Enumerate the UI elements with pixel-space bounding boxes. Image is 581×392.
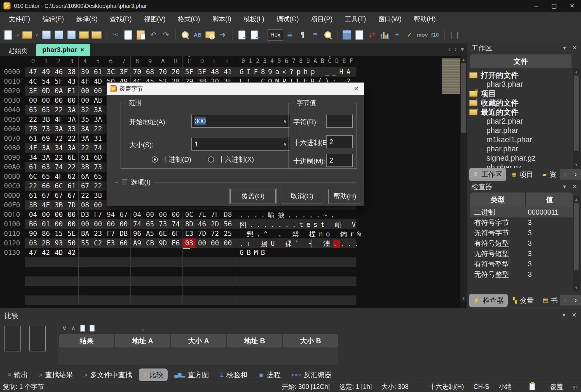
hex-byte-cell[interactable]: 3A xyxy=(65,106,78,114)
scroll-up-icon[interactable]: ▲ xyxy=(460,56,467,63)
ansi-text[interactable]: GBMB xyxy=(240,249,268,257)
tree-file-item[interactable]: phar2.phar xyxy=(469,117,523,126)
hex-byte-cell[interactable]: 00 xyxy=(92,220,104,228)
hex-byte-cell[interactable]: E3 xyxy=(183,230,196,238)
hex-byte-cell[interactable]: 39 xyxy=(79,68,92,76)
hex-byte-cell[interactable]: 3B xyxy=(39,116,52,123)
hex-byte-cell[interactable]: 00 xyxy=(208,239,221,247)
hex-byte-cell[interactable]: 6E xyxy=(156,230,169,238)
pause-icon[interactable]: ❘❘ xyxy=(448,29,460,41)
hex-byte-cell[interactable]: 61 xyxy=(27,192,39,199)
hex-byte-cell[interactable]: 61 xyxy=(92,68,104,76)
inspector-tab-1[interactable]: ▚变量 xyxy=(509,294,538,307)
inspector-row[interactable]: 无符号整型3 xyxy=(470,269,573,280)
hex-byte-cell[interactable]: 65 xyxy=(92,173,104,180)
hex-byte-cell[interactable]: 22 xyxy=(27,182,39,190)
tool-tab-compare[interactable]: ?比较 xyxy=(139,368,168,381)
hex-byte-cell[interactable]: 15 xyxy=(52,230,65,238)
hex-byte-cell[interactable]: 32 xyxy=(79,106,92,114)
hex-byte-cell[interactable]: BA xyxy=(79,230,92,238)
inspector-scroll-down-icon[interactable]: ▼ xyxy=(573,284,580,291)
swap-bytes-icon[interactable]: ⇄ xyxy=(366,29,378,41)
tab-phar3-phar[interactable]: phar3.phar × xyxy=(36,44,90,56)
inspector-type-column-header[interactable]: 类型 xyxy=(470,193,525,207)
compare-close-icon[interactable]: ✕ xyxy=(571,312,577,318)
hex-byte-cell[interactable]: A5 xyxy=(144,230,156,238)
hex-byte-cell[interactable]: DB xyxy=(117,230,130,238)
hex-byte-cell[interactable]: 5F xyxy=(183,68,196,76)
tree-file-item[interactable]: ph.phar.gz xyxy=(469,163,522,168)
tree-file-item[interactable]: phar3.phar xyxy=(469,80,523,89)
hex-radio-label[interactable]: 十六进制(X) xyxy=(218,155,254,164)
hex-byte-cell[interactable]: 46 xyxy=(52,68,65,76)
tool-tab-find-in-files[interactable]: ⌕多文件中查找 xyxy=(80,368,137,381)
maximize-button[interactable]: ▢ xyxy=(545,0,563,12)
hex-byte-cell[interactable]: 00 xyxy=(221,239,234,247)
inspector-scroll-left-icon[interactable]: ‹ xyxy=(560,295,570,306)
save-all-icon[interactable] xyxy=(65,29,77,41)
inspector-row[interactable]: 有符号字节3 xyxy=(470,217,573,228)
hex-byte-cell[interactable]: 00 xyxy=(79,87,92,95)
hex-byte-cell[interactable]: 22 xyxy=(92,182,104,190)
hex-byte-cell[interactable]: 0A xyxy=(52,87,65,95)
hex-byte-cell[interactable]: 31 xyxy=(92,135,104,142)
decimal-radio-label[interactable]: 十进制(D) xyxy=(162,155,191,164)
hex-byte-cell[interactable]: 00 xyxy=(117,220,130,228)
menu-item-0[interactable]: 文件(F) xyxy=(3,15,36,24)
tab-close-icon[interactable]: × xyxy=(80,46,84,53)
hex-byte-cell[interactable]: 22 xyxy=(79,144,92,152)
menu-item-6[interactable]: 脚本(I) xyxy=(206,15,238,24)
find-icon[interactable] xyxy=(179,29,191,41)
hex-byte-cell[interactable]: 3B xyxy=(27,201,39,209)
base-convert-icon[interactable]: f10 xyxy=(429,29,441,41)
tool-tab-process[interactable]: ▣进程 xyxy=(254,368,285,381)
scrollbar-thumb[interactable] xyxy=(461,63,466,133)
hex-byte-cell[interactable]: 4C xyxy=(27,78,39,85)
compare-column-header-2[interactable]: 大小 A xyxy=(171,334,226,348)
hex-byte-cell[interactable]: E3 xyxy=(104,239,117,247)
hex-byte-cell[interactable]: 25 xyxy=(221,230,234,238)
hex-byte-cell[interactable]: 0D xyxy=(39,87,52,95)
status-hex-mode[interactable]: 十六进制(H) xyxy=(429,382,464,391)
hex-byte-cell[interactable]: 65 xyxy=(144,220,156,228)
menu-item-12[interactable]: 帮助(H) xyxy=(408,15,442,24)
hex-byte-cell[interactable]: 3A xyxy=(52,125,65,133)
menu-item-5[interactable]: 格式(O) xyxy=(172,15,206,24)
hex-radio[interactable] xyxy=(208,156,214,163)
hex-byte-cell[interactable]: 67 xyxy=(117,211,130,219)
start-address-combobox[interactable]: 300 ∨ xyxy=(191,115,290,128)
hex-byte-cell[interactable]: 4F xyxy=(52,173,65,180)
hex-byte-cell[interactable]: 67 xyxy=(52,192,65,199)
hex-byte-cell[interactable]: 3E xyxy=(27,87,39,95)
copy-icon[interactable] xyxy=(122,29,134,41)
new-file-dropdown-icon[interactable]: ∨ xyxy=(15,29,20,41)
inspector-tab-2[interactable]: ▤书 xyxy=(539,294,562,307)
hex-byte-cell[interactable]: F7 xyxy=(104,230,117,238)
hex-byte-cell[interactable]: 04 xyxy=(27,211,39,219)
hex-byte-cell[interactable]: 41 xyxy=(221,68,234,76)
hex-byte-cell[interactable]: E6 xyxy=(169,239,182,247)
char-input[interactable] xyxy=(326,115,353,128)
editor-scrollbar[interactable]: ▲ ▼ xyxy=(460,56,467,302)
hex-byte-cell[interactable]: 47 xyxy=(27,68,39,76)
hex-byte-cell[interactable]: 48 xyxy=(208,68,221,76)
jump-in-icon[interactable] xyxy=(236,29,248,41)
hex-byte-cell[interactable]: 63 xyxy=(39,163,52,171)
hex-byte-cell[interactable]: 73 xyxy=(39,125,52,133)
hex-byte-cell[interactable]: 3A xyxy=(65,116,78,123)
hex-byte-cell[interactable]: 00 xyxy=(79,97,92,104)
scroll-down-icon[interactable]: ▼ xyxy=(460,295,467,302)
clipboard-icon[interactable] xyxy=(530,383,535,390)
hex-byte-cell[interactable]: 5E xyxy=(65,230,78,238)
hex-byte-cell[interactable]: A9 xyxy=(131,239,144,247)
hex-byte-cell[interactable]: 33 xyxy=(65,125,78,133)
hex-byte-cell[interactable]: 56 xyxy=(221,220,234,228)
hex-byte-cell[interactable]: E1 xyxy=(65,87,78,95)
tool-tab-output[interactable]: ≡输出 xyxy=(3,368,32,381)
open-file-dropdown-icon[interactable]: ∨ xyxy=(34,29,39,41)
menu-item-8[interactable]: 调试(G) xyxy=(270,15,305,24)
hex-byte-cell[interactable]: F7 xyxy=(92,211,104,219)
hex-byte-cell[interactable]: 61 xyxy=(79,154,92,161)
hex-byte-cell[interactable]: 3A xyxy=(79,125,92,133)
hex-byte-cell[interactable]: 20 xyxy=(169,68,182,76)
